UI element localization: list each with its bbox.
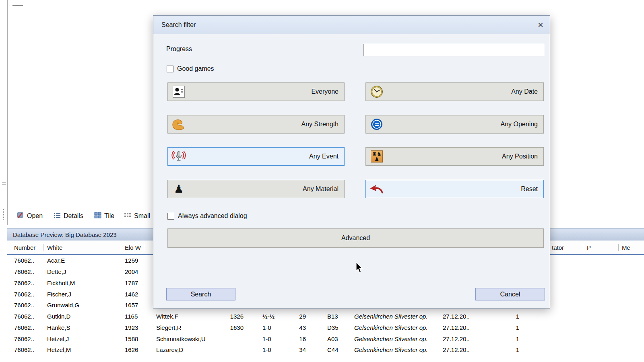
cell-eco: C44 bbox=[327, 344, 347, 356]
cell-tournament: Gelsenkirchen Silvester op. bbox=[354, 344, 442, 356]
cell-white: Hetzel,J bbox=[47, 333, 118, 344]
cell-black: Schimnatkowski,U bbox=[156, 333, 227, 344]
column-header-medals[interactable]: Me bbox=[622, 241, 630, 254]
any-event-label: Any Event bbox=[309, 153, 344, 160]
small-icons-button[interactable]: Small bbox=[124, 209, 150, 223]
splitter-grip-vertical bbox=[3, 209, 4, 220]
good-games-checkbox[interactable]: Good games bbox=[167, 65, 214, 72]
table-row[interactable]: 76062.. Hanke,S 1923 Siegert,R 1630 1-0 … bbox=[7, 322, 644, 333]
reset-button[interactable]: Reset bbox=[365, 180, 544, 198]
open-database-icon bbox=[16, 211, 24, 221]
cell-number: 76062.. bbox=[14, 288, 39, 300]
any-date-label: Any Date bbox=[511, 88, 543, 95]
search-button[interactable]: Search bbox=[166, 288, 235, 300]
pane-divider[interactable] bbox=[7, 0, 8, 225]
any-position-button[interactable]: ♜♞♟ Any Position bbox=[365, 147, 544, 166]
any-opening-button[interactable]: Any Opening bbox=[365, 115, 544, 134]
tile-label: Tile bbox=[104, 212, 114, 220]
cell-elo-black: 1326 bbox=[225, 311, 244, 322]
reset-label: Reset bbox=[521, 185, 543, 193]
cell-eco: D35 bbox=[327, 322, 347, 333]
column-separator[interactable] bbox=[618, 244, 619, 251]
open-button[interactable]: Open bbox=[16, 209, 43, 223]
tile-button[interactable]: Tile bbox=[94, 209, 114, 223]
cell-number: 76062.. bbox=[14, 300, 39, 311]
search-filter-dialog: Search filter × Progress Good games Ever… bbox=[153, 15, 550, 309]
cell-elo-black bbox=[225, 333, 244, 344]
cell-moves: 29 bbox=[291, 311, 306, 322]
cell-number: 76062.. bbox=[14, 344, 39, 356]
advanced-label: Advanced bbox=[341, 234, 370, 242]
any-date-button[interactable]: Any Date bbox=[365, 82, 544, 101]
any-opening-label: Any Opening bbox=[500, 121, 543, 128]
cell-tournament: Gelsenkirchen Silvester op. bbox=[354, 311, 442, 322]
column-separator[interactable] bbox=[145, 244, 145, 251]
any-event-button[interactable]: Any Event bbox=[167, 147, 345, 166]
any-material-label: Any Material bbox=[303, 185, 344, 193]
advanced-button[interactable]: Advanced bbox=[167, 228, 544, 248]
table-row[interactable]: 76062.. Hetzel,J 1588 Schimnatkowski,U 1… bbox=[7, 333, 644, 344]
pawn-glyph: ♟ bbox=[174, 183, 184, 195]
table-row[interactable]: 76062.. Hetzel,M 1626 Lazarev,D 1-0 34 C… bbox=[7, 344, 644, 356]
cell-white: Eickholt,M bbox=[47, 278, 118, 289]
always-advanced-label: Always advanced dialog bbox=[178, 212, 247, 220]
cell-white: Fischer,J bbox=[47, 288, 118, 300]
splitter-grip bbox=[2, 182, 6, 183]
cell-black: Wittek,F bbox=[156, 311, 227, 322]
cell-white: Gutkin,D bbox=[47, 311, 118, 322]
everyone-label: Everyone bbox=[311, 88, 344, 95]
undo-arrow-icon bbox=[369, 181, 384, 197]
details-button[interactable]: Details bbox=[54, 209, 83, 223]
cell-elo-black: 1630 bbox=[225, 322, 244, 333]
good-games-label: Good games bbox=[177, 65, 214, 72]
position-icon-pieces-bottom: ♟ bbox=[374, 156, 379, 162]
cell-result: 1-0 bbox=[262, 333, 287, 344]
column-header-number[interactable]: Number bbox=[14, 241, 35, 254]
checkbox-box[interactable] bbox=[167, 66, 173, 72]
cell-elo-white: 2004 bbox=[125, 266, 144, 278]
cell-date: 27.12.20.. bbox=[443, 344, 481, 356]
any-strength-label: Any Strength bbox=[301, 121, 345, 128]
checkbox-box[interactable] bbox=[167, 213, 174, 220]
cell-round: 1 bbox=[508, 322, 519, 333]
details-label: Details bbox=[64, 212, 83, 220]
progress-input[interactable] bbox=[363, 44, 544, 56]
dialog-titlebar[interactable]: Search filter × bbox=[153, 16, 550, 34]
any-material-button[interactable]: ♟ Any Material bbox=[167, 180, 345, 198]
cell-moves: 34 bbox=[291, 344, 306, 356]
any-position-label: Any Position bbox=[502, 153, 543, 160]
search-label: Search bbox=[191, 291, 211, 298]
any-strength-button[interactable]: Any Strength bbox=[167, 115, 345, 134]
splitter-tick bbox=[12, 5, 23, 6]
cell-tournament: Gelsenkirchen Silvester op. bbox=[354, 322, 442, 333]
column-separator[interactable] bbox=[43, 244, 43, 251]
cell-white: Grunwald,G bbox=[47, 300, 118, 311]
always-advanced-checkbox[interactable]: Always advanced dialog bbox=[167, 212, 247, 220]
cell-elo-black bbox=[225, 344, 244, 356]
cancel-label: Cancel bbox=[500, 291, 520, 298]
open-label: Open bbox=[27, 212, 43, 220]
column-separator[interactable] bbox=[583, 244, 583, 251]
close-icon[interactable]: × bbox=[538, 21, 543, 29]
cell-number: 76062.. bbox=[14, 333, 39, 344]
column-header-elo-white[interactable]: Elo W bbox=[125, 241, 141, 254]
cell-round: 1 bbox=[508, 311, 519, 322]
cell-number: 76062.. bbox=[14, 322, 39, 333]
clock-icon bbox=[369, 84, 384, 99]
column-header-p[interactable]: P bbox=[587, 241, 591, 254]
column-header-white[interactable]: White bbox=[47, 241, 62, 254]
cell-number: 76062.. bbox=[14, 255, 39, 266]
everyone-button[interactable]: Everyone bbox=[167, 82, 345, 101]
column-header-annotator[interactable]: tator bbox=[552, 241, 564, 254]
column-separator[interactable] bbox=[121, 244, 121, 251]
cell-elo-white: 1588 bbox=[125, 333, 144, 344]
cell-date: 27.12.20.. bbox=[443, 322, 481, 333]
cell-date: 27.12.20.. bbox=[443, 333, 481, 344]
table-row[interactable]: 76062.. Gutkin,D 1165 Wittek,F 1326 ½-½ … bbox=[7, 311, 644, 322]
cell-elo-white: 1923 bbox=[125, 322, 144, 333]
details-list-icon bbox=[54, 212, 61, 220]
dialog-title: Search filter bbox=[161, 21, 196, 29]
cell-eco: B13 bbox=[327, 311, 347, 322]
cancel-button[interactable]: Cancel bbox=[475, 288, 545, 300]
progress-label: Progress bbox=[166, 45, 192, 53]
